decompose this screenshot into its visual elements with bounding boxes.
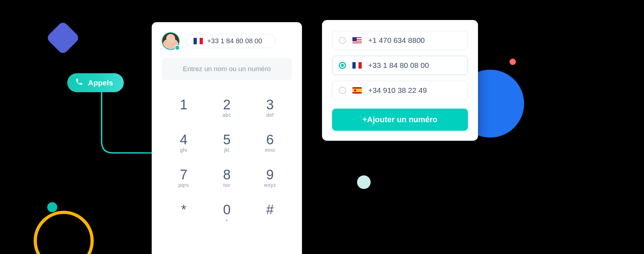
flag-france-icon: [352, 62, 362, 69]
number-list-panel: +1 470 634 8800+33 1 84 80 08 00+34 910 …: [322, 20, 478, 141]
dial-key-letters: abc: [223, 112, 231, 118]
dial-key-letters: jkl: [224, 147, 230, 153]
dialer-header: +33 1 84 80 08 00: [162, 32, 292, 50]
dial-key-letters: ghi: [180, 147, 187, 153]
radio-unselected-icon: [339, 37, 346, 44]
dial-key-digit: 4: [180, 133, 187, 146]
dial-key-0[interactable]: 0+: [214, 203, 240, 223]
dial-key-digit: 0: [223, 203, 230, 216]
dial-key-3[interactable]: 3def: [257, 98, 283, 118]
dial-key-letters: def: [266, 112, 274, 118]
flag-usa-icon: [352, 37, 362, 44]
dial-key-digit: 5: [223, 133, 230, 146]
dial-key-1[interactable]: 1: [171, 98, 196, 118]
connector-line: [99, 92, 152, 156]
phone-icon: [75, 78, 83, 88]
dial-key-digit: 1: [180, 98, 187, 111]
dial-key-digit: #: [266, 203, 274, 216]
number-option[interactable]: +34 910 38 22 49: [332, 81, 468, 100]
number-option-text: +34 910 38 22 49: [368, 86, 427, 95]
dial-key-digit: 8: [223, 168, 230, 181]
dial-key-digit: 3: [266, 98, 274, 111]
current-number-text: +33 1 84 80 08 00: [207, 37, 262, 45]
dial-key-8[interactable]: 8tuv: [214, 168, 240, 188]
dial-key-2[interactable]: 2abc: [214, 98, 240, 118]
calls-badge-label: Appels: [88, 79, 113, 87]
dial-key-9[interactable]: 9wxyz: [257, 168, 283, 188]
dial-key-digit: 2: [223, 98, 230, 111]
number-option[interactable]: +1 470 634 8800: [332, 31, 468, 50]
dial-key-#[interactable]: #: [257, 203, 283, 223]
number-option[interactable]: +33 1 84 80 08 00: [332, 56, 468, 75]
dial-keypad: 12abc3def4ghi5jkl6mno7pqrs8tuv9wxyz*0+#: [162, 98, 292, 223]
dial-key-7[interactable]: 7pqrs: [171, 168, 196, 188]
dial-key-4[interactable]: 4ghi: [171, 133, 196, 153]
decor-small-cyan-dot: [357, 175, 371, 189]
decor-yellow-ring: [34, 211, 94, 254]
add-number-button[interactable]: +Ajouter un numéro: [332, 109, 468, 131]
dial-key-5[interactable]: 5jkl: [214, 133, 240, 153]
number-option-text: +1 470 634 8800: [368, 36, 425, 45]
current-number-chip[interactable]: +33 1 84 80 08 00: [186, 34, 275, 48]
flag-france-icon: [194, 38, 203, 44]
dialer-panel: +33 1 84 80 08 00 12abc3def4ghi5jkl6mno7…: [152, 22, 302, 254]
decor-diamond: [46, 21, 80, 55]
decor-red-dot: [509, 59, 516, 65]
dial-input[interactable]: [162, 58, 292, 80]
dial-key-letters: mno: [265, 147, 275, 153]
radio-unselected-icon: [339, 87, 346, 94]
dial-key-letters: wxyz: [264, 182, 276, 188]
dial-key-letters: tuv: [223, 182, 230, 188]
dial-key-digit: 9: [266, 168, 274, 181]
dial-key-digit: 7: [180, 168, 187, 181]
dial-key-letters: +: [225, 217, 229, 223]
dial-key-*[interactable]: *: [171, 203, 196, 223]
user-avatar[interactable]: [162, 32, 180, 50]
dial-key-letters: pqrs: [179, 182, 189, 188]
flag-spain-icon: [352, 87, 362, 94]
presence-indicator: [175, 45, 180, 50]
number-option-text: +33 1 84 80 08 00: [368, 61, 429, 70]
dial-key-6[interactable]: 6mno: [257, 133, 283, 153]
radio-selected-icon: [339, 62, 346, 69]
dial-key-digit: *: [181, 203, 186, 216]
calls-badge[interactable]: Appels: [67, 73, 124, 92]
decor-teal-dot: [47, 202, 57, 212]
dial-key-digit: 6: [266, 133, 274, 146]
